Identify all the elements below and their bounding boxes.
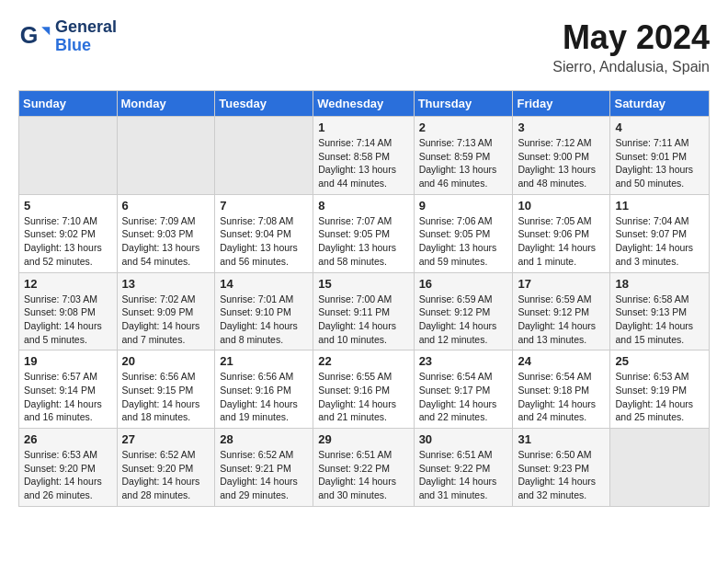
calendar-cell: 8Sunrise: 7:07 AMSunset: 9:05 PMDaylight…: [313, 194, 414, 272]
calendar-cell: 20Sunrise: 6:56 AMSunset: 9:15 PMDayligh…: [117, 350, 215, 429]
calendar-cell: 1Sunrise: 7:14 AMSunset: 8:58 PMDaylight…: [313, 117, 414, 195]
day-number: 5: [24, 199, 112, 213]
cell-content: Sunrise: 6:54 AMSunset: 9:18 PMDaylight:…: [518, 370, 605, 424]
day-number: 6: [122, 199, 210, 213]
cell-content: Sunrise: 7:10 AMSunset: 9:02 PMDaylight:…: [24, 214, 112, 269]
calendar-cell: 16Sunrise: 6:59 AMSunset: 9:12 PMDayligh…: [414, 272, 513, 350]
calendar-cell: 26Sunrise: 6:53 AMSunset: 9:20 PMDayligh…: [19, 429, 118, 507]
day-number: 17: [518, 277, 605, 291]
day-number: 31: [518, 432, 605, 446]
cell-content: Sunrise: 7:03 AMSunset: 9:08 PMDaylight:…: [24, 293, 112, 347]
cell-content: Sunrise: 7:13 AMSunset: 8:59 PMDaylight:…: [419, 136, 508, 190]
calendar-cell: 24Sunrise: 6:54 AMSunset: 9:18 PMDayligh…: [513, 350, 610, 429]
day-number: 19: [24, 354, 112, 368]
cell-content: Sunrise: 7:08 AMSunset: 9:04 PMDaylight:…: [220, 214, 308, 269]
day-number: 29: [318, 432, 408, 446]
calendar-cell: 14Sunrise: 7:01 AMSunset: 9:10 PMDayligh…: [215, 272, 313, 350]
svg-text:G: G: [20, 22, 39, 48]
logo-blue: Blue: [55, 37, 117, 55]
calendar-cell: 11Sunrise: 7:04 AMSunset: 9:07 PMDayligh…: [610, 194, 710, 272]
day-number: 26: [24, 432, 112, 446]
calendar-cell: 7Sunrise: 7:08 AMSunset: 9:04 PMDaylight…: [215, 194, 313, 272]
logo-icon: G: [18, 20, 51, 53]
cell-content: Sunrise: 7:11 AMSunset: 9:01 PMDaylight:…: [615, 136, 704, 190]
page-header: G General Blue May 2024 Sierro, Andalusi…: [18, 18, 710, 75]
calendar-cell: 5Sunrise: 7:10 AMSunset: 9:02 PMDaylight…: [19, 194, 118, 272]
cell-content: Sunrise: 6:57 AMSunset: 9:14 PMDaylight:…: [24, 370, 112, 424]
weekday-header-tuesday: Tuesday: [215, 91, 313, 117]
cell-content: Sunrise: 6:53 AMSunset: 9:19 PMDaylight:…: [615, 370, 704, 424]
cell-content: Sunrise: 6:59 AMSunset: 9:12 PMDaylight:…: [518, 293, 605, 347]
cell-content: Sunrise: 6:54 AMSunset: 9:17 PMDaylight:…: [419, 370, 508, 424]
calendar-cell: 22Sunrise: 6:55 AMSunset: 9:16 PMDayligh…: [313, 350, 414, 429]
cell-content: Sunrise: 7:00 AMSunset: 9:11 PMDaylight:…: [318, 293, 408, 347]
cell-content: Sunrise: 7:07 AMSunset: 9:05 PMDaylight:…: [318, 214, 408, 269]
day-number: 18: [615, 277, 704, 291]
day-number: 27: [122, 432, 210, 446]
cell-content: Sunrise: 7:14 AMSunset: 8:58 PMDaylight:…: [318, 136, 408, 190]
calendar-cell: 25Sunrise: 6:53 AMSunset: 9:19 PMDayligh…: [610, 350, 710, 429]
weekday-header-monday: Monday: [117, 91, 215, 117]
cell-content: Sunrise: 7:05 AMSunset: 9:06 PMDaylight:…: [518, 214, 605, 269]
day-number: 2: [419, 121, 508, 134]
calendar-cell: 31Sunrise: 6:50 AMSunset: 9:23 PMDayligh…: [513, 429, 610, 507]
calendar-week-1: 1Sunrise: 7:14 AMSunset: 8:58 PMDaylight…: [19, 117, 710, 195]
calendar-cell: [610, 429, 710, 507]
calendar-header: SundayMondayTuesdayWednesdayThursdayFrid…: [19, 91, 710, 117]
weekday-header-saturday: Saturday: [610, 91, 710, 117]
cell-content: Sunrise: 7:09 AMSunset: 9:03 PMDaylight:…: [122, 214, 210, 269]
calendar-cell: 4Sunrise: 7:11 AMSunset: 9:01 PMDaylight…: [610, 117, 710, 195]
day-number: 15: [318, 277, 408, 291]
calendar-week-4: 19Sunrise: 6:57 AMSunset: 9:14 PMDayligh…: [19, 350, 710, 429]
calendar-cell: 19Sunrise: 6:57 AMSunset: 9:14 PMDayligh…: [19, 350, 118, 429]
cell-content: Sunrise: 6:53 AMSunset: 9:20 PMDaylight:…: [24, 448, 112, 502]
day-number: 16: [419, 277, 508, 291]
day-number: 11: [615, 199, 704, 213]
calendar-body: 1Sunrise: 7:14 AMSunset: 8:58 PMDaylight…: [19, 117, 710, 507]
calendar-week-3: 12Sunrise: 7:03 AMSunset: 9:08 PMDayligh…: [19, 272, 710, 350]
day-number: 4: [615, 121, 704, 134]
day-number: 24: [518, 354, 605, 368]
weekday-header-wednesday: Wednesday: [313, 91, 414, 117]
cell-content: Sunrise: 7:12 AMSunset: 9:00 PMDaylight:…: [518, 136, 605, 190]
calendar-cell: 2Sunrise: 7:13 AMSunset: 8:59 PMDaylight…: [414, 117, 513, 195]
calendar-cell: [19, 117, 118, 195]
calendar-cell: [117, 117, 215, 195]
calendar-cell: 18Sunrise: 6:58 AMSunset: 9:13 PMDayligh…: [610, 272, 710, 350]
cell-content: Sunrise: 7:01 AMSunset: 9:10 PMDaylight:…: [220, 293, 308, 347]
day-number: 12: [24, 277, 112, 291]
calendar-cell: 17Sunrise: 6:59 AMSunset: 9:12 PMDayligh…: [513, 272, 610, 350]
cell-content: Sunrise: 6:56 AMSunset: 9:16 PMDaylight:…: [220, 370, 308, 424]
day-number: 7: [220, 199, 308, 213]
day-number: 22: [318, 354, 408, 368]
logo: G General Blue: [18, 18, 117, 55]
day-number: 28: [220, 432, 308, 446]
cell-content: Sunrise: 6:58 AMSunset: 9:13 PMDaylight:…: [615, 293, 704, 347]
calendar-cell: 10Sunrise: 7:05 AMSunset: 9:06 PMDayligh…: [513, 194, 610, 272]
calendar-cell: 15Sunrise: 7:00 AMSunset: 9:11 PMDayligh…: [313, 272, 414, 350]
day-number: 13: [122, 277, 210, 291]
calendar-week-5: 26Sunrise: 6:53 AMSunset: 9:20 PMDayligh…: [19, 429, 710, 507]
cell-content: Sunrise: 7:06 AMSunset: 9:05 PMDaylight:…: [419, 214, 508, 269]
cell-content: Sunrise: 6:50 AMSunset: 9:23 PMDaylight:…: [518, 448, 605, 502]
weekday-header-thursday: Thursday: [414, 91, 513, 117]
calendar-cell: [215, 117, 313, 195]
day-number: 10: [518, 199, 605, 213]
location-title: Sierro, Andalusia, Spain: [552, 59, 710, 75]
day-number: 14: [220, 277, 308, 291]
calendar-cell: 30Sunrise: 6:51 AMSunset: 9:22 PMDayligh…: [414, 429, 513, 507]
calendar-cell: 3Sunrise: 7:12 AMSunset: 9:00 PMDaylight…: [513, 117, 610, 195]
cell-content: Sunrise: 7:04 AMSunset: 9:07 PMDaylight:…: [615, 214, 704, 269]
day-number: 21: [220, 354, 308, 368]
title-block: May 2024 Sierro, Andalusia, Spain: [552, 18, 710, 75]
calendar-cell: 29Sunrise: 6:51 AMSunset: 9:22 PMDayligh…: [313, 429, 414, 507]
calendar-cell: 27Sunrise: 6:52 AMSunset: 9:20 PMDayligh…: [117, 429, 215, 507]
day-number: 30: [419, 432, 508, 446]
cell-content: Sunrise: 6:59 AMSunset: 9:12 PMDaylight:…: [419, 293, 508, 347]
calendar-cell: 21Sunrise: 6:56 AMSunset: 9:16 PMDayligh…: [215, 350, 313, 429]
calendar-week-2: 5Sunrise: 7:10 AMSunset: 9:02 PMDaylight…: [19, 194, 710, 272]
calendar-cell: 13Sunrise: 7:02 AMSunset: 9:09 PMDayligh…: [117, 272, 215, 350]
calendar-cell: 6Sunrise: 7:09 AMSunset: 9:03 PMDaylight…: [117, 194, 215, 272]
day-number: 9: [419, 199, 508, 213]
logo-general: General: [55, 18, 117, 37]
